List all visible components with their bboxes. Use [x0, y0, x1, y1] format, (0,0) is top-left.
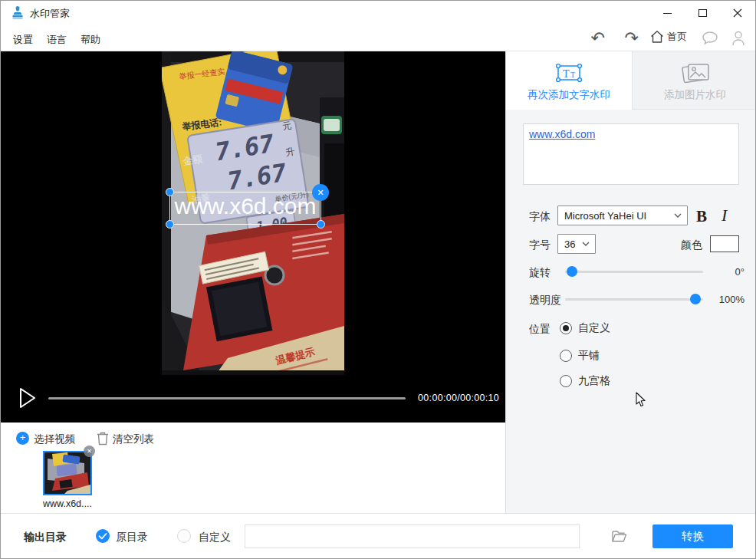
watermark-settings-panel: T T 再次添加文字水印 添加图片水印 ww — [505, 51, 756, 513]
italic-button[interactable]: I — [721, 206, 727, 225]
radio-selected-icon[interactable] — [560, 322, 572, 334]
thumbnail-caption: www.x6d.... — [31, 498, 104, 509]
svg-text:T: T — [563, 68, 570, 80]
home-label: 首页 — [667, 30, 687, 44]
seek-bar[interactable] — [48, 397, 406, 400]
font-select-value: Microsoft YaHei UI — [564, 210, 646, 222]
original-dir-radio-checked[interactable] — [96, 529, 110, 543]
watermark-input-value: www.x6d.com — [529, 128, 595, 140]
rotate-slider-track[interactable] — [565, 271, 703, 273]
position-grid-label: 九宫格 — [578, 374, 610, 388]
mouse-cursor — [634, 392, 646, 407]
menu-help[interactable]: 帮助 — [77, 31, 104, 48]
opacity-slider-knob[interactable] — [690, 294, 701, 304]
opacity-label: 透明度 — [529, 294, 561, 307]
rotate-slider[interactable] — [565, 266, 703, 277]
output-dir-label: 输出目录 — [24, 531, 67, 544]
thumbnail-remove-button[interactable]: ✕ — [84, 446, 95, 457]
convert-button[interactable]: 转换 — [652, 524, 733, 548]
tab-image-watermark-label: 添加图片水印 — [633, 88, 756, 102]
home-icon — [649, 29, 665, 44]
check-icon — [96, 529, 110, 543]
resize-handle-top-left[interactable] — [166, 188, 174, 196]
time-display: 00:00:00/00:00:10 — [418, 393, 499, 403]
image-watermark-icon — [680, 61, 711, 84]
rotate-value: 0° — [735, 266, 744, 278]
output-bar: 输出目录 原目录 自定义 转换 — [1, 513, 756, 559]
size-label: 字号 — [529, 238, 551, 252]
svg-text:T: T — [570, 71, 575, 79]
watermark-text-input[interactable]: www.x6d.com — [523, 123, 739, 185]
photo-unit-yuan: 元 — [281, 120, 292, 132]
radio-icon[interactable] — [560, 375, 572, 387]
output-path-input[interactable] — [245, 524, 580, 548]
resize-handle-bottom-left[interactable] — [166, 220, 174, 229]
chevron-down-icon — [674, 213, 682, 218]
clear-list-button[interactable]: 清空列表 — [113, 432, 154, 446]
radio-icon[interactable] — [560, 350, 572, 362]
video-list-area: + 选择视频 清空列表 ✕ www.x6d.... — [1, 423, 505, 513]
player-controls: 00:00:00/00:00:10 — [1, 375, 505, 423]
rotate-label: 旋转 — [529, 266, 551, 280]
chevron-down-icon — [582, 242, 590, 246]
redo-icon: ↷ — [625, 30, 639, 47]
color-swatch[interactable] — [710, 235, 739, 252]
watermark-delete-button[interactable]: ✕ — [312, 184, 329, 201]
position-label: 位置 — [529, 323, 551, 337]
opacity-slider[interactable] — [565, 294, 703, 304]
position-option-tile[interactable]: 平铺 — [560, 349, 600, 363]
select-video-button[interactable]: 选择视频 — [34, 432, 75, 446]
position-tile-label: 平铺 — [578, 349, 600, 363]
custom-dir-radio[interactable] — [177, 529, 191, 543]
folder-browse-icon[interactable] — [610, 528, 628, 545]
video-thumbnail[interactable] — [43, 451, 92, 495]
video-thumbnail-image — [44, 452, 90, 494]
close-button[interactable] — [720, 1, 755, 25]
chat-bubble-icon — [702, 31, 718, 46]
redo-button[interactable]: ↷ — [625, 28, 639, 48]
font-label: 字体 — [529, 210, 551, 224]
trash-icon[interactable] — [96, 431, 110, 446]
size-select-value: 36 — [564, 238, 575, 250]
app-window: 水印管家 设置 语言 帮助 ↶ ↷ 首页 — [0, 0, 756, 559]
bold-button[interactable]: B — [696, 207, 707, 226]
home-button[interactable]: 首页 — [649, 29, 687, 44]
custom-dir-label[interactable]: 自定义 — [199, 531, 231, 544]
watermark-selection-box[interactable]: www.x6d.com ✕ — [169, 192, 321, 225]
position-option-grid[interactable]: 九宫格 — [560, 374, 610, 388]
feedback-button[interactable] — [702, 28, 718, 48]
account-button[interactable] — [731, 28, 746, 48]
font-select[interactable]: Microsoft YaHei UI — [557, 206, 688, 225]
watermark-text[interactable]: www.x6d.com — [170, 193, 320, 219]
rotate-slider-knob[interactable] — [567, 266, 577, 277]
app-stamp-icon — [11, 6, 25, 20]
tab-image-watermark[interactable]: 添加图片水印 — [632, 51, 756, 110]
tab-text-watermark[interactable]: T T 再次添加文字水印 — [506, 51, 632, 110]
opacity-slider-track[interactable] — [565, 298, 703, 301]
menu-language[interactable]: 语言 — [44, 31, 70, 48]
titlebar: 水印管家 — [1, 1, 755, 25]
video-preview-area: 举报一经查实、奖励200元 举报电话: 13986555982 0711-511… — [1, 51, 505, 423]
color-label: 颜色 — [681, 238, 702, 252]
menubar: 设置 语言 帮助 ↶ ↷ 首页 — [1, 25, 755, 51]
user-icon — [731, 30, 746, 47]
size-select[interactable]: 36 — [557, 234, 596, 254]
play-button[interactable] — [19, 387, 36, 409]
undo-button[interactable]: ↶ — [591, 28, 605, 48]
resize-handle-bottom-right[interactable] — [317, 220, 325, 229]
app-title: 水印管家 — [30, 7, 70, 21]
position-custom-label: 自定义 — [578, 321, 610, 335]
tab-text-watermark-label: 再次添加文字水印 — [506, 88, 632, 102]
maximize-button[interactable] — [685, 1, 720, 25]
video-list-header: + 选择视频 清空列表 — [1, 430, 505, 447]
opacity-value: 100% — [719, 294, 744, 305]
add-video-icon[interactable]: + — [16, 432, 29, 445]
close-icon — [733, 8, 742, 18]
undo-icon: ↶ — [591, 30, 605, 47]
photo-unit-liter: 升 — [284, 146, 295, 158]
menu-settings[interactable]: 设置 — [10, 31, 36, 48]
minimize-button[interactable] — [649, 1, 685, 25]
position-option-custom[interactable]: 自定义 — [560, 321, 610, 335]
watermark-tabs: T T 再次添加文字水印 添加图片水印 — [506, 51, 756, 110]
original-dir-label[interactable]: 原目录 — [116, 531, 148, 544]
